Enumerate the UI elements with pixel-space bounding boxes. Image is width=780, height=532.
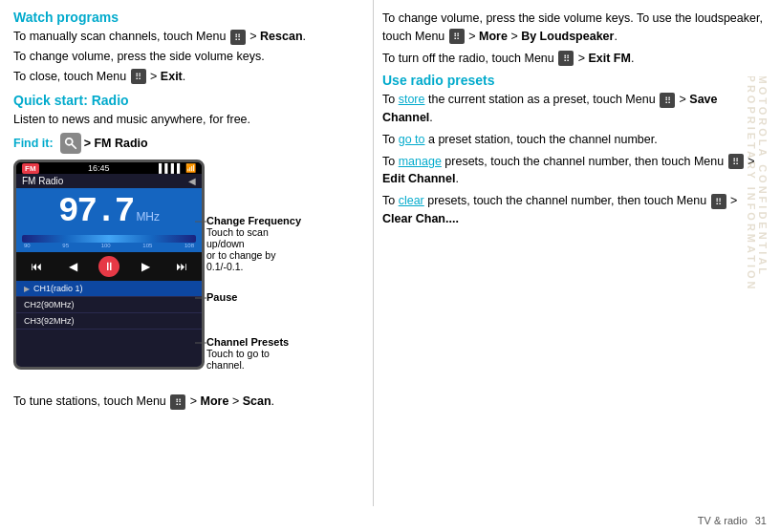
goto-link: go to — [399, 133, 425, 146]
left-column: Watch programs To manually scan channels… — [0, 0, 373, 532]
ctrl-skip-back[interactable]: ⏮ — [26, 258, 47, 275]
quick-start-title: Quick start: Radio — [13, 93, 359, 108]
callout-pause-title: Pause — [206, 291, 237, 303]
callout-change-freq-title: Change Frequency — [206, 215, 301, 226]
phone-screen: FM 16:45 ▌▌▌▌ 📶 FM Radio ◀ 97.7 MHz — [13, 160, 205, 370]
find-it-row: Find it: > FM Radio — [13, 133, 359, 154]
callout-pause: Pause — [206, 291, 237, 303]
exit-fm-text: To turn off the radio, touch Menu > Exit… — [382, 50, 767, 68]
freq-number: 97.7 — [58, 192, 133, 231]
menu-icon-6 — [660, 93, 675, 108]
channel-3[interactable]: CH3(92MHz) — [16, 313, 202, 330]
tune-stations-text: To tune stations, touch Menu > More > Sc… — [13, 393, 359, 411]
callout-presets: Channel Presets Touch to go tochannel. — [206, 336, 289, 371]
use-radio-presets-title: Use radio presets — [382, 73, 767, 88]
freq-unit: MHz — [136, 210, 160, 223]
channel-1[interactable]: ▶ CH1(radio 1) — [16, 281, 202, 297]
phone-status-bar: FM 16:45 ▌▌▌▌ 📶 — [16, 162, 202, 174]
store-text: To store the current station as a preset… — [382, 91, 767, 127]
channel-arrow-1: ▶ — [24, 285, 30, 293]
channel-2[interactable]: CH2(90MHz) — [16, 297, 202, 313]
frequency-display: 97.7 MHz — [22, 192, 196, 231]
callout-presets-title: Channel Presets — [206, 336, 289, 348]
fm-header-arrow: ◀ — [188, 176, 196, 186]
goto-text: To go to a preset station, touch the cha… — [382, 131, 767, 149]
watch-programs-title: Watch programs — [13, 10, 359, 25]
quick-start-desc: Listen to news and music anywhere, for f… — [13, 111, 359, 129]
phone-controls: ⏮ ◀ ⏸ ▶ ⏭ — [16, 252, 202, 281]
clear-text: To clear presets, touch the channel numb… — [382, 192, 767, 228]
menu-icon-3 — [170, 394, 185, 410]
freq-ticks: 90 95 100 105 108 — [22, 243, 196, 248]
status-time: 16:45 — [88, 163, 110, 173]
menu-icon-7 — [728, 154, 744, 169]
para-close: To close, touch Menu > Exit. — [13, 68, 359, 86]
fm-header-title: FM Radio — [22, 176, 63, 186]
callout-change-freq: Change Frequency Touch to scanup/downor … — [206, 215, 301, 272]
right-column: To change volume, press the side volume … — [373, 0, 780, 532]
ctrl-pause[interactable]: ⏸ — [98, 256, 119, 277]
search-icon — [60, 133, 81, 154]
fm-header: FM Radio ◀ — [16, 174, 202, 188]
menu-icon-8 — [711, 194, 726, 209]
callout-presets-desc: Touch to go tochannel. — [206, 348, 289, 371]
ctrl-skip-fwd[interactable]: ⏭ — [171, 258, 192, 275]
frequency-bar — [22, 235, 196, 243]
column-divider — [373, 0, 374, 506]
manage-text: To manage presets, touch the channel num… — [382, 153, 767, 189]
find-it-path: > FM Radio — [84, 137, 148, 150]
menu-icon-2 — [131, 69, 146, 84]
svg-line-1 — [72, 144, 76, 148]
right-volume-text: To change volume, press the side volume … — [382, 10, 767, 46]
store-link: store — [399, 93, 425, 106]
menu-icon-5 — [558, 51, 574, 66]
frequency-area: 97.7 MHz 90 95 100 105 108 — [16, 188, 202, 252]
fm-badge: FM — [22, 163, 39, 174]
find-it-label: Find it: — [13, 137, 54, 150]
footer-right: TV & radio 31 — [698, 515, 767, 526]
ctrl-next[interactable]: ▶ — [135, 258, 156, 275]
channels-list: ▶ CH1(radio 1) CH2(90MHz) CH3(92MHz) — [16, 281, 202, 330]
manage-link: manage — [399, 155, 442, 168]
menu-icon-1 — [230, 30, 246, 45]
phone-area: FM 16:45 ▌▌▌▌ 📶 FM Radio ◀ 97.7 MHz — [13, 160, 338, 389]
menu-icon-4 — [449, 29, 465, 44]
footer-page-number: 31 — [755, 515, 767, 526]
status-signal: ▌▌▌▌ 📶 — [159, 163, 196, 173]
callout-change-freq-desc: Touch to scanup/downor to change by0.1/-… — [206, 226, 301, 272]
clear-link: clear — [399, 194, 424, 207]
fm-badge-status: FM — [22, 163, 39, 173]
para-volume: To change volume, press the side volume … — [13, 48, 359, 66]
para-scan: To manually scan channels, touch Menu > … — [13, 28, 359, 46]
ctrl-prev[interactable]: ◀ — [62, 258, 83, 275]
footer-section: TV & radio — [698, 515, 748, 526]
